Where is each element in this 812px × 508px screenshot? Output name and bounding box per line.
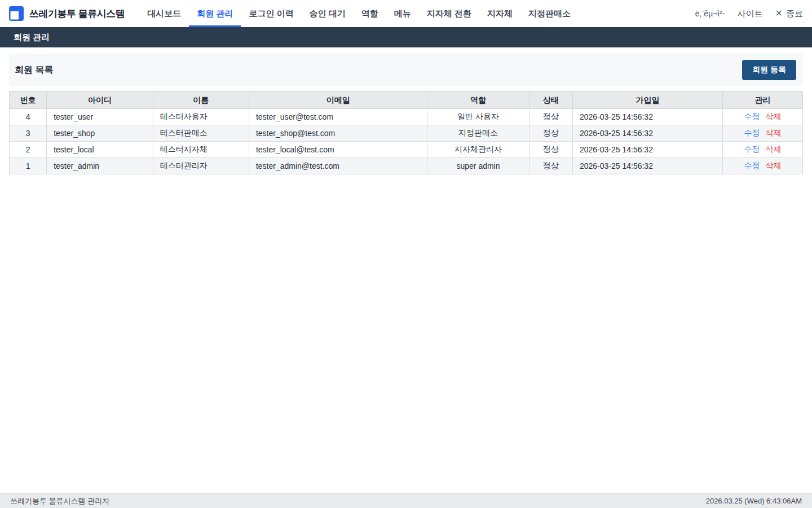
cell-joined: 2026-03-25 14:56:32 xyxy=(572,125,722,142)
main-content: 회원 목록 회원 등록 번호 아이디 이름 이메일 역할 상태 가입일 관리 4… xyxy=(0,47,812,174)
app-title: 쓰레기봉투 물류시스템 xyxy=(29,7,125,20)
cell-no: 2 xyxy=(10,142,47,158)
cell-joined: 2026-03-25 14:56:32 xyxy=(572,142,722,158)
col-header-name: 이름 xyxy=(153,92,249,109)
delete-link[interactable]: 삭제 xyxy=(765,112,781,121)
cell-name: 테스터사용자 xyxy=(153,109,249,125)
cell-joined: 2026-03-25 14:56:32 xyxy=(572,109,722,125)
table-row: 2tester_local테스터지자체tester_local@test.com… xyxy=(10,142,803,158)
cell-email: tester_admin@test.com xyxy=(249,158,427,174)
topbar-right: ë‚¨êµ¬ì²- 사이트 ✕ 종료 xyxy=(695,0,803,27)
cell-status: 정상 xyxy=(529,125,572,142)
cell-email: tester_user@test.com xyxy=(249,109,427,125)
cell-joined: 2026-03-25 14:56:32 xyxy=(572,158,722,174)
edit-link[interactable]: 수정 xyxy=(744,144,760,154)
col-header-joined: 가입일 xyxy=(572,92,722,109)
site-link[interactable]: 사이트 xyxy=(738,8,763,19)
delete-link[interactable]: 삭제 xyxy=(765,128,781,137)
page-title: 회원 관리 xyxy=(14,32,50,43)
register-member-button[interactable]: 회원 등록 xyxy=(742,60,796,80)
cell-role: super admin xyxy=(427,158,529,174)
cell-no: 1 xyxy=(10,158,47,174)
edit-link[interactable]: 수정 xyxy=(744,112,760,121)
cell-role: 일반 사용자 xyxy=(427,109,529,125)
delete-link[interactable]: 삭제 xyxy=(765,161,781,170)
col-header-status: 상태 xyxy=(529,92,572,109)
cell-name: 테스터판매소 xyxy=(153,125,249,142)
close-icon: ✕ xyxy=(775,9,783,18)
cell-actions: 수정삭제 xyxy=(722,158,802,174)
nav-item-link[interactable]: 지자체 전환 xyxy=(419,0,479,27)
cell-actions: 수정삭제 xyxy=(722,142,802,158)
edit-link[interactable]: 수정 xyxy=(744,161,760,170)
col-header-role: 역할 xyxy=(427,92,529,109)
nav-item-link[interactable]: 역할 xyxy=(354,0,386,27)
table-row: 3tester_shop테스터판매소tester_shop@test.com지정… xyxy=(10,125,803,142)
nav-item-link[interactable]: 로그인 이력 xyxy=(241,0,301,27)
logout-button[interactable]: ✕ 종료 xyxy=(775,8,803,19)
footer-datetime: 2026.03.25 (Wed) 6:43:06AM xyxy=(706,497,802,505)
page-title-bar: 회원 관리 xyxy=(0,27,812,47)
nav-item-active[interactable]: 회원 관리 xyxy=(189,0,241,27)
cell-status: 정상 xyxy=(529,158,572,174)
cell-no: 4 xyxy=(10,109,47,125)
cell-id: tester_local xyxy=(47,142,153,158)
cell-name: 테스터지자체 xyxy=(153,142,249,158)
footer-left-text: 쓰레기봉투 물류시스템 관리자 xyxy=(10,496,109,506)
cell-name: 테스터관리자 xyxy=(153,158,249,174)
cell-actions: 수정삭제 xyxy=(722,109,802,125)
main-nav: 대시보드회원 관리로그인 이력승인 대기역할메뉴지자체 전환지자체지정판매소 xyxy=(139,0,579,27)
member-table-body: 4tester_user테스터사용자tester_user@test.com일반… xyxy=(10,109,803,174)
table-header-row: 번호 아이디 이름 이메일 역할 상태 가입일 관리 xyxy=(10,92,803,109)
nav-item-link[interactable]: 대시보드 xyxy=(139,0,189,27)
table-row: 1tester_admin테스터관리자tester_admin@test.com… xyxy=(10,158,803,174)
nav-item-link[interactable]: 지정판매소 xyxy=(520,0,579,27)
cell-id: tester_user xyxy=(47,109,153,125)
cell-id: tester_shop xyxy=(47,125,153,142)
logout-label: 종료 xyxy=(786,8,803,19)
member-table-wrap: 번호 아이디 이름 이메일 역할 상태 가입일 관리 4tester_user테… xyxy=(9,91,803,174)
section-title: 회원 목록 xyxy=(15,64,53,76)
cell-email: tester_local@test.com xyxy=(249,142,427,158)
col-header-no: 번호 xyxy=(10,92,47,109)
cell-no: 3 xyxy=(10,125,47,142)
col-header-id: 아이디 xyxy=(47,92,153,109)
col-header-actions: 관리 xyxy=(722,92,802,109)
col-header-email: 이메일 xyxy=(249,92,427,109)
footer: 쓰레기봉투 물류시스템 관리자 2026.03.25 (Wed) 6:43:06… xyxy=(0,493,812,508)
section-header-panel: 회원 목록 회원 등록 xyxy=(9,54,803,86)
cell-role: 지정판매소 xyxy=(427,125,529,142)
org-name-label: ë‚¨êµ¬ì²- xyxy=(695,9,725,18)
cell-id: tester_admin xyxy=(47,158,153,174)
edit-link[interactable]: 수정 xyxy=(744,128,760,137)
app-logo-icon xyxy=(9,6,24,21)
nav-item-link[interactable]: 지자체 xyxy=(479,0,520,27)
delete-link[interactable]: 삭제 xyxy=(765,144,781,154)
brand: 쓰레기봉투 물류시스템 xyxy=(9,0,125,27)
member-table: 번호 아이디 이름 이메일 역할 상태 가입일 관리 4tester_user테… xyxy=(9,91,803,174)
nav-item-link[interactable]: 승인 대기 xyxy=(302,0,354,27)
nav-item-link[interactable]: 메뉴 xyxy=(386,0,419,27)
cell-email: tester_shop@test.com xyxy=(249,125,427,142)
cell-actions: 수정삭제 xyxy=(722,125,802,142)
top-header: 쓰레기봉투 물류시스템 대시보드회원 관리로그인 이력승인 대기역할메뉴지자체 … xyxy=(0,0,812,27)
cell-status: 정상 xyxy=(529,142,572,158)
cell-status: 정상 xyxy=(529,109,572,125)
table-row: 4tester_user테스터사용자tester_user@test.com일반… xyxy=(10,109,803,125)
cell-role: 지자체관리자 xyxy=(427,142,529,158)
